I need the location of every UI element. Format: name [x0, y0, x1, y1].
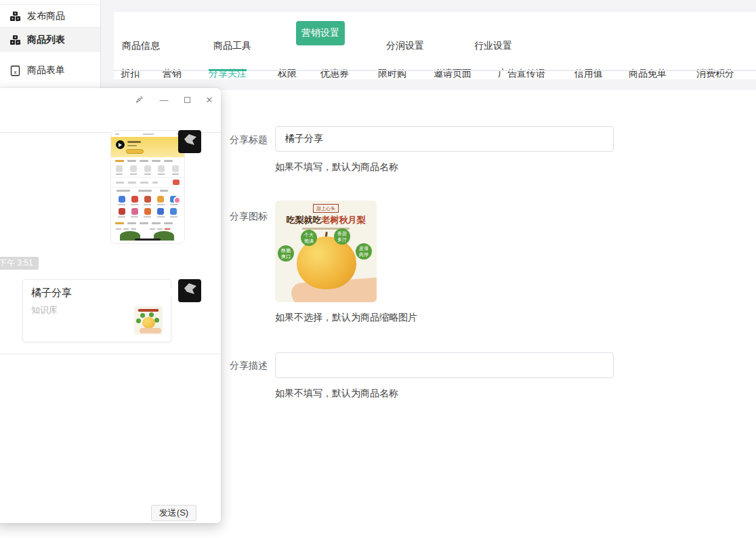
sidebar-item-publish-product[interactable]: 发布商品 [0, 4, 100, 28]
share-title-input[interactable] [275, 126, 614, 152]
pear-badge: 酥脆爽口 [278, 245, 294, 262]
cubes-icon [9, 11, 21, 22]
tab-product-tools[interactable]: 商品工具 [213, 40, 251, 52]
cubes-icon [9, 35, 21, 46]
phone-tabs [111, 157, 184, 163]
share-icon-hint: 如果不选择，默认为商品缩略图片 [275, 312, 417, 324]
sidebar-item-label: 商品表单 [27, 64, 65, 77]
share-icon-image[interactable]: 甜上心头 吃梨就吃老树秋月梨 个大饱满 香甜多汁 酥脆爽口 皮薄肉厚 [275, 201, 377, 302]
sidebar-border [100, 0, 101, 90]
message-timestamp: 下午 3:51 [0, 257, 39, 270]
phone-product-cards [111, 226, 184, 231]
share-desc-label: 分享描述 [230, 360, 268, 372]
phone-floating-button [173, 196, 181, 204]
share-card-thumbnail [134, 306, 163, 335]
phone-tabs-2 [111, 220, 184, 226]
phone-icon-row [111, 163, 184, 177]
close-icon[interactable]: ✕ [204, 95, 215, 106]
share-title-label: 分享标题 [230, 134, 268, 146]
pear-badge: 皮薄肉厚 [356, 243, 372, 260]
phone-badge-pill [126, 149, 144, 154]
tab-profit-settings[interactable]: 分润设置 [386, 40, 424, 52]
share-card-subtitle: 知识库 [31, 304, 58, 316]
share-link-card-message[interactable]: 橘子分享 知识库 [22, 279, 171, 342]
settings-tab-card: 商品信息 商品工具 营销设置 分润设置 行业设置 折扣 营销 分享关注 权限 优… [114, 12, 756, 79]
phone-screenshot-message[interactable]: ‹› [110, 130, 185, 244]
tab-marketing-settings[interactable]: 营销设置 [296, 21, 345, 45]
chat-input-divider [0, 354, 221, 354]
chat-preview-window: — ✕ ‹› 下午 3:51 橘子分享 知识库 [0, 88, 221, 523]
sidebar-item-product-form[interactable]: x 商品表单 [0, 58, 100, 83]
share-title-hint: 如果不填写，默认为商品名称 [275, 161, 398, 173]
share-card-title: 橘子分享 [31, 287, 72, 299]
pear-badge: 香甜多汁 [334, 228, 350, 245]
sidebar-item-label: 商品列表 [27, 34, 65, 46]
sidebar-item-product-list[interactable]: 商品列表 [0, 28, 100, 52]
phone-stats-row [111, 177, 184, 188]
bubble-arrow [171, 288, 175, 296]
phone-topbar [111, 131, 184, 137]
file-x-icon: x [9, 65, 21, 77]
pear-headline: 吃梨就吃老树秋月梨 [275, 214, 377, 226]
active-tab-underline [209, 69, 247, 71]
share-desc-input[interactable] [275, 352, 614, 378]
svg-text:x: x [14, 68, 17, 75]
share-icon-label: 分享图标 [230, 211, 268, 223]
share-desc-hint: 如果不填写，默认为商品名称 [275, 388, 398, 400]
user-avatar [178, 130, 201, 153]
user-avatar [178, 279, 201, 302]
minimize-icon[interactable]: — [159, 95, 169, 106]
maximize-icon[interactable] [182, 95, 192, 106]
pear-tag-text: 甜上心头 [313, 204, 339, 213]
pear-badge: 个大饱满 [301, 230, 317, 246]
pin-icon[interactable] [135, 95, 146, 106]
phone-header [111, 137, 184, 157]
phone-avatar [116, 140, 125, 149]
send-button[interactable]: 发送(S) [151, 505, 196, 521]
phone-section-headers [111, 188, 184, 194]
arm-image [355, 286, 377, 302]
tab-product-info[interactable]: 商品信息 [122, 40, 160, 52]
sidebar-item-label: 发布商品 [27, 10, 65, 22]
phone-home-indicator [135, 239, 161, 241]
tab-industry-settings[interactable]: 行业设置 [474, 40, 512, 52]
